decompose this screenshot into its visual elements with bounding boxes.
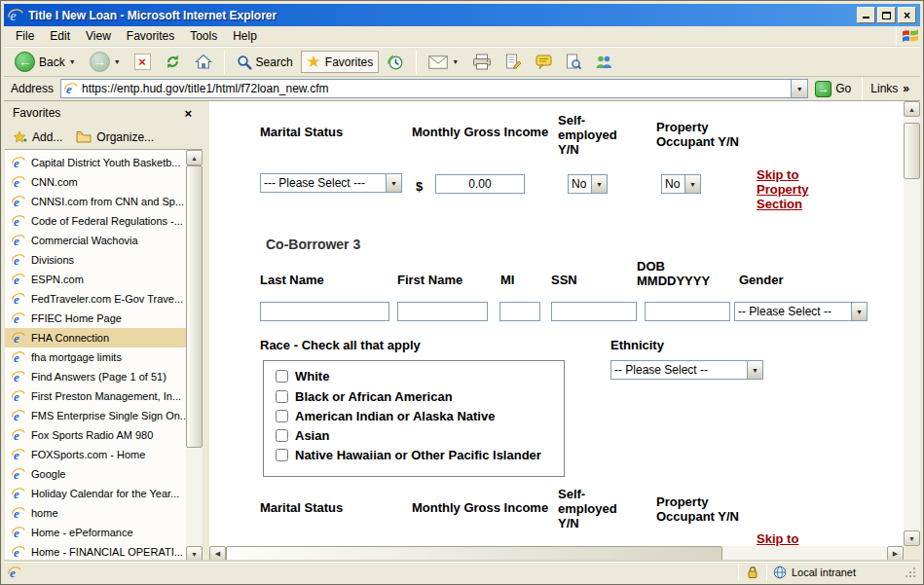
favorite-item[interactable]: Find Answers (Page 1 of 51): [5, 367, 186, 386]
scrollbar-thumb[interactable]: [186, 165, 203, 448]
horizontal-scrollbar[interactable]: ◀ ▶: [209, 546, 904, 562]
ie-favicon: [12, 311, 25, 325]
menu-help[interactable]: Help: [225, 27, 265, 45]
favorite-item[interactable]: Fox Sports Radio AM 980: [5, 425, 186, 445]
race-checkbox[interactable]: [276, 390, 288, 403]
menu-file[interactable]: File: [8, 27, 42, 45]
edit-button[interactable]: [499, 51, 528, 73]
forward-button[interactable]: → ▼: [84, 49, 127, 75]
race-option-american-indian[interactable]: American Indian or Alaska Native: [276, 409, 495, 423]
race-checkbox[interactable]: [276, 449, 288, 461]
gender-select[interactable]: -- Please Select -- ▼: [734, 302, 868, 321]
dob-input[interactable]: [645, 302, 730, 321]
ssn-input[interactable]: [551, 302, 637, 321]
favorite-item[interactable]: First Preston Management, In...: [5, 386, 186, 406]
favorite-item[interactable]: fha mortgage limits: [5, 347, 186, 367]
close-button[interactable]: ×: [898, 7, 916, 23]
mail-button[interactable]: ▼: [423, 53, 464, 72]
menu-view[interactable]: View: [78, 27, 119, 45]
ethnicity-select[interactable]: -- Please Select -- ▼: [610, 360, 763, 380]
scroll-left-button[interactable]: ◀: [209, 546, 226, 562]
research-button[interactable]: [560, 51, 587, 73]
scroll-down-button[interactable]: ▼: [186, 546, 203, 562]
vertical-scrollbar[interactable]: ▲ ▼: [904, 101, 920, 546]
race-checkbox[interactable]: [276, 429, 288, 442]
last-name-input[interactable]: [260, 302, 389, 321]
favorites-scrollbar[interactable]: ▲ ▼: [186, 150, 203, 562]
first-name-input[interactable]: [397, 302, 488, 321]
refresh-button[interactable]: [159, 51, 187, 73]
links-button[interactable]: Links »: [867, 82, 913, 95]
favorite-item[interactable]: Code of Federal Regulations -...: [5, 211, 186, 231]
favorite-item[interactable]: ESPN.com: [5, 270, 186, 289]
favorite-item[interactable]: FOXSports.com - Home: [5, 445, 186, 464]
race-option-native-hawaiian[interactable]: Native Hawaiian or Other Pacific Islande…: [276, 448, 541, 462]
favorite-item-selected[interactable]: FHA Connection: [5, 328, 186, 347]
add-favorite-button[interactable]: Add...: [13, 130, 62, 144]
favorite-item[interactable]: FedTraveler.com E-Gov Trave...: [5, 289, 186, 309]
scrollbar-thumb[interactable]: [226, 546, 722, 562]
favorite-item[interactable]: Home - ePeformance: [5, 523, 186, 542]
resize-grip-icon[interactable]: [905, 567, 916, 578]
ie-favicon: [12, 292, 25, 306]
go-button[interactable]: → Go: [808, 80, 858, 98]
race-option-black[interactable]: Black or African American: [276, 389, 453, 404]
favorite-item[interactable]: CNN.com: [5, 172, 186, 192]
race-checkbox[interactable]: [276, 370, 288, 383]
search-button[interactable]: Search: [231, 52, 299, 73]
print-button[interactable]: [466, 51, 498, 73]
scroll-down-button[interactable]: ▼: [904, 530, 920, 546]
property-occupant-select[interactable]: No ▼: [661, 174, 701, 194]
history-button[interactable]: [381, 51, 410, 74]
race-option-label: Black or African American: [295, 389, 453, 404]
back-button[interactable]: ← Back ▼: [9, 49, 82, 75]
favorite-item[interactable]: FMS Enterprise Single Sign On...: [5, 406, 186, 425]
favorite-item[interactable]: CNNSI.com from CNN and Sp...: [5, 192, 186, 211]
race-checkbox[interactable]: [276, 410, 288, 422]
forward-history-dropdown-icon[interactable]: ▼: [114, 58, 121, 65]
ie-favicon: [12, 545, 25, 559]
skip-to-property-link[interactable]: Skip to Property Section: [757, 167, 823, 211]
menu-tools[interactable]: Tools: [182, 27, 225, 45]
favorite-item[interactable]: Google: [5, 464, 186, 484]
favorite-item[interactable]: FFIEC Home Page: [5, 309, 186, 328]
menu-favorites[interactable]: Favorites: [119, 27, 182, 45]
mail-dropdown-icon[interactable]: ▼: [452, 58, 459, 65]
back-history-dropdown-icon[interactable]: ▼: [69, 58, 76, 65]
mi-input[interactable]: [499, 302, 540, 321]
skip-to-property-link-partial[interactable]: Skip to: [757, 531, 798, 546]
favorite-item[interactable]: Divisions: [5, 250, 186, 270]
scroll-right-button[interactable]: ▶: [887, 546, 904, 562]
discuss-button[interactable]: [530, 52, 558, 72]
favorite-item[interactable]: Home - FINANCIAL OPERATI...: [5, 542, 186, 562]
ie-favicon: [12, 253, 25, 267]
organize-favorites-button[interactable]: Organize...: [76, 130, 154, 144]
menu-edit[interactable]: Edit: [42, 27, 78, 45]
title-bar[interactable]: e Title I New Loan - Microsoft Internet …: [4, 4, 920, 26]
mail-icon: [428, 55, 448, 69]
self-employed-select[interactable]: No ▼: [568, 174, 608, 194]
scroll-up-button[interactable]: ▲: [904, 101, 920, 117]
print-icon: [472, 54, 492, 70]
race-option-asian[interactable]: Asian: [276, 428, 329, 443]
monthly-income-input[interactable]: [435, 174, 525, 194]
address-dropdown-button[interactable]: ▼: [791, 80, 807, 97]
minimize-button[interactable]: [857, 7, 875, 23]
favorite-item[interactable]: Capital District Youth Basketb...: [5, 153, 186, 172]
maximize-button[interactable]: [877, 7, 896, 23]
stop-button[interactable]: ×: [129, 51, 157, 73]
home-button[interactable]: [189, 51, 218, 73]
marital-status-select[interactable]: --- Please Select --- ▼: [260, 173, 402, 193]
messenger-button[interactable]: [589, 52, 618, 73]
scroll-up-button[interactable]: ▲: [186, 150, 203, 165]
address-input[interactable]: https://entp.hud.gov/title1/html/f72loan…: [60, 79, 808, 98]
ie-favicon: [12, 234, 25, 247]
scrollbar-thumb[interactable]: [904, 123, 920, 179]
favorite-item[interactable]: home: [5, 503, 186, 523]
favorite-item[interactable]: Holiday Calendar for the Year...: [5, 484, 186, 503]
race-option-white[interactable]: White: [276, 369, 329, 384]
panel-splitter[interactable]: [203, 101, 209, 562]
favorites-close-button[interactable]: ×: [181, 106, 195, 121]
favorites-button[interactable]: ★ Favorites: [301, 51, 380, 73]
favorite-item[interactable]: Commercial Wachovia: [5, 231, 186, 250]
